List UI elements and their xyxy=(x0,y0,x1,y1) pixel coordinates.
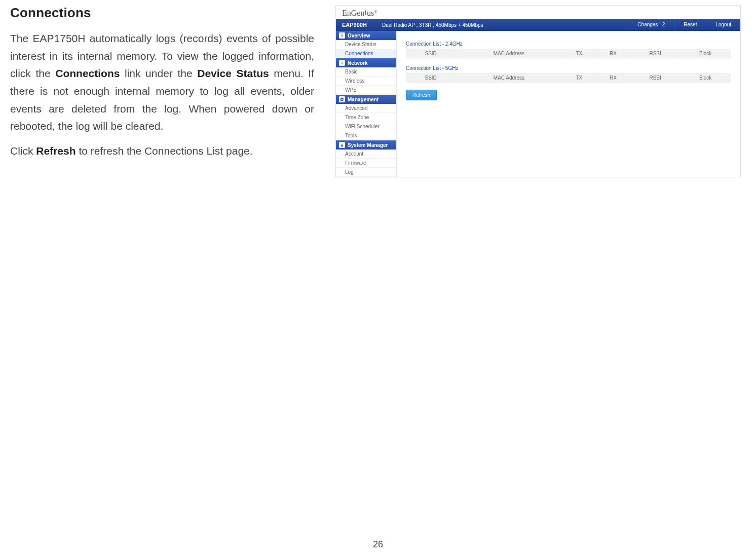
col-tx: TX xyxy=(562,49,596,58)
list-title-5ghz: Connection List - 5GHz xyxy=(406,65,731,71)
sidebar-item-advanced[interactable]: Advanced xyxy=(336,104,396,113)
changes-button[interactable]: Changes : 2 xyxy=(628,19,674,31)
sidebar-group-management-label: Management xyxy=(348,97,379,102)
col-block-5: Block xyxy=(680,73,731,83)
sidebar-item-wireless[interactable]: Wireless xyxy=(336,77,396,86)
sidebar-group-overview-label: Overview xyxy=(348,33,370,39)
gear-icon: ✿ xyxy=(339,96,345,102)
page-number: 26 xyxy=(373,539,383,550)
col-rssi-5: RSSI xyxy=(630,73,679,83)
p2-pre: Click xyxy=(10,145,36,157)
refresh-button[interactable]: Refresh xyxy=(406,90,437,100)
sidebar-item-firmware[interactable]: Firmware xyxy=(336,159,396,168)
user-icon: ▲ xyxy=(339,142,345,148)
col-ssid-5: SSID xyxy=(406,73,456,83)
brand-logo: EnGenius® xyxy=(336,6,740,19)
sidebar-group-network-label: Network xyxy=(348,60,367,66)
col-tx-5: TX xyxy=(562,73,596,83)
sidebar-item-time-zone[interactable]: Time Zone xyxy=(336,113,396,122)
sidebar-group-system[interactable]: ▲ System Manager xyxy=(336,140,396,150)
sidebar-item-wifi-scheduler[interactable]: WiFi Scheduler xyxy=(336,122,396,131)
connection-table-24ghz: SSID MAC Address TX RX RSSI Block xyxy=(406,49,731,58)
p2-post: to refresh the Connections List page. xyxy=(76,145,253,157)
col-mac-5: MAC Address xyxy=(456,73,562,83)
top-bar: EAP900H Dual Radio AP , 3T3R , 450Mbps +… xyxy=(336,19,740,31)
paragraph-1: The EAP1750H automatically logs (records… xyxy=(10,30,314,135)
logout-button[interactable]: Logout xyxy=(706,19,740,31)
col-rx-5: RX xyxy=(596,73,631,83)
sidebar-group-management[interactable]: ✿ Management xyxy=(336,95,396,104)
sidebar-item-account[interactable]: Account xyxy=(336,150,396,159)
brand-post: us xyxy=(367,9,374,17)
sidebar-group-system-label: System Manager xyxy=(348,142,388,148)
share-icon: ‹ xyxy=(339,60,345,66)
brand-mid: i xyxy=(364,8,366,17)
list-title-24ghz: Connection List - 2.4GHz xyxy=(406,41,731,47)
sidebar-item-basic[interactable]: Basic xyxy=(336,67,396,77)
col-rx: RX xyxy=(596,49,631,58)
section-title: Connections xyxy=(10,5,314,21)
sidebar-item-connections[interactable]: Connections xyxy=(336,49,396,58)
col-rssi: RSSI xyxy=(630,49,679,58)
p1-mid: link under the xyxy=(120,67,197,79)
model-label: EAP900H xyxy=(342,22,367,28)
col-block: Block xyxy=(680,49,731,58)
brand-reg: ® xyxy=(374,9,377,14)
sidebar: i Overview Device Status Connections ‹ N… xyxy=(336,31,397,177)
main-content: Connection List - 2.4GHz SSID MAC Addres… xyxy=(397,31,740,177)
p2-bold-refresh: Refresh xyxy=(36,145,75,157)
sidebar-group-network[interactable]: ‹ Network xyxy=(336,58,396,67)
info-icon: i xyxy=(339,32,345,39)
col-ssid: SSID xyxy=(406,49,456,58)
brand-pre: EnGen xyxy=(342,9,364,17)
paragraph-2: Click Refresh to refresh the Connections… xyxy=(10,142,314,160)
sidebar-group-overview[interactable]: i Overview xyxy=(336,31,396,40)
col-mac: MAC Address xyxy=(456,49,562,58)
p1-bold-device-status: Device Status xyxy=(197,67,269,79)
model-desc: Dual Radio AP , 3T3R , 450Mbps + 450Mbps xyxy=(382,22,483,28)
p1-bold-connections: Connections xyxy=(55,67,120,79)
sidebar-item-device-status[interactable]: Device Status xyxy=(336,40,396,49)
sidebar-item-log[interactable]: Log xyxy=(336,168,396,177)
sidebar-item-wps[interactable]: WPS xyxy=(336,86,396,95)
screenshot-panel: EnGenius® EAP900H Dual Radio AP , 3T3R ,… xyxy=(335,5,741,177)
connection-table-5ghz: SSID MAC Address TX RX RSSI Block xyxy=(406,73,731,83)
sidebar-item-tools[interactable]: Tools xyxy=(336,131,396,140)
reset-button[interactable]: Reset xyxy=(674,19,706,31)
